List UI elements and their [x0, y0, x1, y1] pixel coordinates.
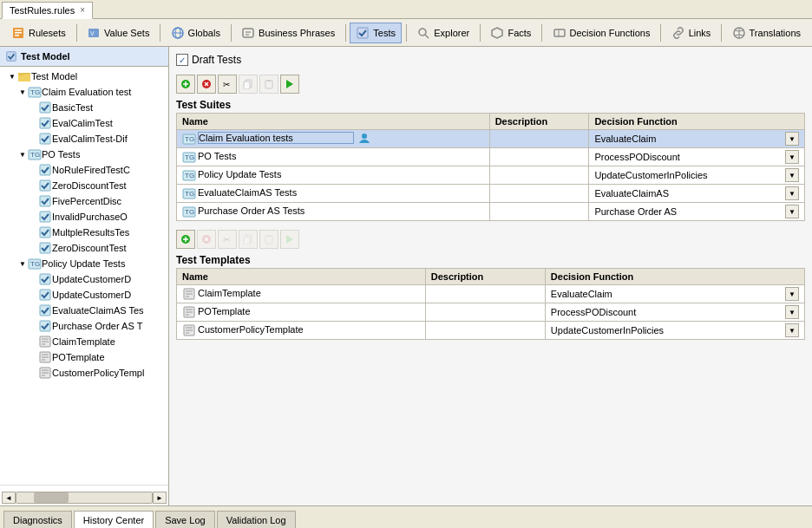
suite-df-cell[interactable]: EvaluateClaim▼ — [589, 130, 805, 148]
svg-text:TG: TG — [185, 190, 194, 198]
globals-button[interactable]: Globals — [165, 23, 226, 43]
explorer-button[interactable]: Explorer — [410, 23, 475, 43]
templates-cut-button[interactable]: ✂ — [218, 230, 237, 249]
tree-item-claim-group[interactable]: ▼ TG Claim Evaluation test — [2, 84, 167, 100]
df-dropdown-arrow[interactable]: ▼ — [785, 186, 799, 200]
df-dropdown-arrow[interactable]: ▼ — [785, 323, 799, 337]
tree-item-fivepercent[interactable]: FivePercentDisc — [2, 193, 167, 209]
translations-icon — [732, 26, 746, 40]
tree-item-basictest[interactable]: BasicTest — [2, 100, 167, 115]
tree-item-potemplate[interactable]: POTemplate — [2, 349, 167, 365]
tree-item-policyupdate-group[interactable]: ▼ TG Policy Update Tests — [2, 256, 167, 271]
scroll-left-button[interactable]: ◄ — [2, 492, 16, 504]
valuesets-button[interactable]: V Value Sets — [81, 23, 155, 43]
phrases-button[interactable]: Business Phrases — [235, 23, 341, 43]
svg-rect-2 — [15, 32, 22, 34]
suites-add-button[interactable] — [176, 75, 195, 94]
suites-paste-button[interactable] — [259, 75, 278, 94]
tree-item-label: FivePercentDisc — [52, 196, 121, 206]
suites-delete-button[interactable] — [197, 75, 216, 94]
templates-delete-button[interactable] — [197, 230, 216, 249]
df-dropdown-arrow[interactable]: ▼ — [785, 168, 799, 182]
suite-desc-cell — [489, 130, 589, 148]
globals-label: Globals — [188, 28, 220, 38]
tree-item-testmodel[interactable]: ▼ Test Model — [2, 68, 167, 84]
suite-row[interactable]: TGPO TestsProcessPODiscount▼ — [177, 148, 805, 166]
templates-copy-button[interactable] — [239, 230, 258, 249]
template-row[interactable]: CustomerPolicyTemplateUpdateCustomerInPo… — [177, 322, 805, 340]
translations-button[interactable]: Translations — [726, 23, 808, 43]
links-button[interactable]: Links — [665, 23, 717, 43]
templates-paste-button[interactable] — [259, 230, 278, 249]
suite-row[interactable]: TGEvaluateClaimAS TestsEvaluateClaimAS▼ — [177, 185, 805, 203]
template-df-cell[interactable]: EvaluateClaim▼ — [545, 285, 804, 303]
suites-run-button[interactable] — [280, 75, 299, 94]
df-dropdown-arrow[interactable]: ▼ — [785, 150, 799, 164]
decisionfunctions-button[interactable]: Decision Functions — [547, 23, 657, 43]
template-df-cell[interactable]: UpdateCustomerInPolicies▼ — [545, 322, 804, 340]
svg-text:✂: ✂ — [223, 235, 230, 244]
df-dropdown-arrow[interactable]: ▼ — [785, 205, 799, 218]
tree-item-potests-group[interactable]: ▼ TG PO Tests — [2, 147, 167, 162]
suite-df-cell[interactable]: EvaluateClaimAS▼ — [589, 185, 805, 203]
tree-item-invalidpurchase[interactable]: InvalidPurchaseO — [2, 209, 167, 225]
file-tab[interactable]: TestRules.rules × — [2, 2, 93, 19]
suite-row[interactable]: TGEvaluateClaim▼ — [177, 130, 805, 148]
templates-add-button[interactable] — [176, 230, 195, 249]
expand-arrow[interactable]: ▼ — [19, 260, 28, 268]
template-row[interactable]: ClaimTemplateEvaluateClaim▼ — [177, 285, 805, 303]
draft-tests-checkbox[interactable]: ✓ — [176, 54, 188, 66]
expand-arrow[interactable]: ▼ — [19, 151, 28, 159]
suites-copy-button[interactable] — [239, 75, 258, 94]
rulesets-button[interactable]: Rulesets — [5, 23, 72, 43]
template-row[interactable]: POTemplateProcessPODiscount▼ — [177, 303, 805, 322]
expand-arrow[interactable]: ▼ — [9, 73, 17, 81]
templates-run-button[interactable] — [280, 230, 299, 249]
suite-df-cell[interactable]: UpdateCustomerInPolicies▼ — [589, 166, 805, 185]
template-name-cell: POTemplate — [177, 303, 426, 322]
facts-button[interactable]: Facts — [484, 23, 537, 43]
tree-item-claimtemplate[interactable]: ClaimTemplate — [2, 334, 167, 349]
tab-bar: TestRules.rules × — [0, 0, 812, 19]
tab-diagnostics[interactable]: Diagnostics — [3, 511, 72, 528]
tree-item-multipleresults[interactable]: MultpleResultsTes — [2, 225, 167, 240]
df-dropdown-arrow[interactable]: ▼ — [785, 305, 799, 319]
tree-item-evaluateclaimas[interactable]: EvaluateClaimAS Tes — [2, 303, 167, 318]
expand-arrow[interactable]: ▼ — [19, 88, 28, 96]
h-scrollbar[interactable] — [16, 492, 153, 504]
suites-col-description: Description — [489, 114, 589, 130]
suite-name-input[interactable] — [198, 132, 354, 144]
suite-df-cell[interactable]: Purchase Order AS▼ — [589, 203, 805, 221]
tree-item-customerpolicytemplate[interactable]: CustomerPolicyTempl — [2, 365, 167, 381]
scroll-right-button[interactable]: ► — [153, 492, 167, 504]
suite-df-cell[interactable]: ProcessPODiscount▼ — [589, 148, 805, 166]
suite-row[interactable]: TGPurchase Order AS TestsPurchase Order … — [177, 203, 805, 221]
tree-item-purchaseas[interactable]: Purchase Order AS T — [2, 318, 167, 334]
tests-button[interactable]: Tests — [350, 23, 402, 43]
svg-rect-65 — [267, 80, 271, 81]
df-dropdown-arrow[interactable]: ▼ — [785, 287, 799, 301]
tree-test-icon — [38, 194, 52, 208]
suites-toolbar: ✂ — [176, 73, 805, 95]
tree-item-zerodiscount[interactable]: ZeroDiscountTest — [2, 178, 167, 193]
svg-rect-9 — [243, 29, 253, 37]
tree-item-zerodiscount2[interactable]: ZeroDiscountTest — [2, 240, 167, 256]
tab-validation-log[interactable]: Validation Log — [217, 511, 296, 528]
tree-item-updatecustomer1[interactable]: UpdateCustomerD — [2, 271, 167, 287]
tree-item-evalcalimtest[interactable]: EvalCalimTest — [2, 115, 167, 131]
tree-item-label: EvalCalimTest — [52, 118, 113, 128]
template-df-cell[interactable]: ProcessPODiscount▼ — [545, 303, 804, 322]
df-dropdown-arrow[interactable]: ▼ — [785, 132, 799, 146]
suite-row[interactable]: TGPolicy Update TestsUpdateCustomerInPol… — [177, 166, 805, 185]
close-icon[interactable]: × — [80, 5, 85, 15]
suites-cut-button[interactable]: ✂ — [218, 75, 237, 94]
tree-container[interactable]: ▼ Test Model ▼ TG Claim Evaluation test … — [0, 67, 168, 485]
tree-item-updatecustomer2[interactable]: UpdateCustomerD — [2, 287, 167, 303]
suites-table: Name Description Decision Function TGEva… — [176, 113, 805, 221]
tree-item-norulefired[interactable]: NoRuleFiredTestC — [2, 162, 167, 178]
tab-validation-log-label: Validation Log — [226, 515, 286, 525]
tree-item-label: EvalCalimTest-Dif — [52, 134, 128, 144]
tab-history-center[interactable]: History Center — [74, 511, 154, 528]
tree-item-evalcalimtest-dif[interactable]: EvalCalimTest-Dif — [2, 131, 167, 147]
tab-save-log[interactable]: Save Log — [155, 511, 214, 528]
